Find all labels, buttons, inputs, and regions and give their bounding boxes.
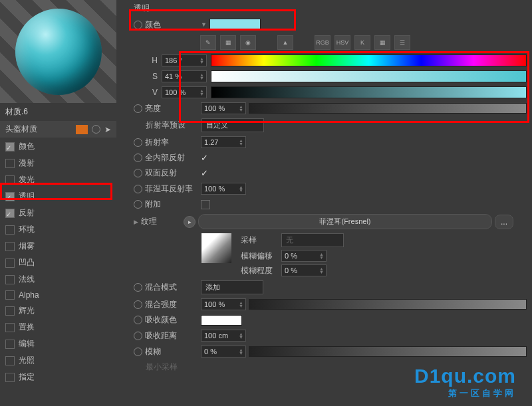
brightness-slider[interactable] — [249, 103, 527, 114]
picture-icon[interactable]: ▲ — [277, 35, 293, 50]
k-button[interactable]: K — [354, 35, 370, 50]
val-input[interactable]: 100 %▲▼ — [162, 86, 207, 98]
channel-checkbox[interactable] — [5, 323, 15, 332]
tir-checkbox[interactable]: ✓ — [201, 153, 208, 163]
more-icon[interactable]: ☰ — [394, 35, 410, 50]
sat-slider[interactable] — [211, 70, 527, 82]
channel-checkbox[interactable] — [5, 340, 15, 349]
refract-input[interactable]: 1.27▲▼ — [201, 136, 246, 148]
channel-1[interactable]: 漫射 — [0, 155, 116, 171]
sample-dropdown[interactable]: 无 — [281, 233, 344, 247]
blur-offset-input[interactable]: 0 %▲▼ — [281, 250, 327, 262]
color-toolbar: ✎ ▦ ◉ ▲ RGB HSV K ▦ ☰ — [195, 33, 532, 52]
sat-input[interactable]: 41 %▲▼ — [162, 70, 207, 82]
channel-4[interactable]: ✓反射 — [0, 205, 116, 221]
fresnel-input[interactable]: 100 %▲▼ — [201, 183, 246, 195]
channel-12[interactable]: 编辑 — [0, 336, 116, 352]
texture-preview[interactable] — [201, 233, 231, 263]
material-name[interactable]: 材质.6 — [0, 103, 116, 121]
channel-14[interactable]: 指定 — [0, 369, 116, 385]
channel-6[interactable]: 烟雾 — [0, 238, 116, 254]
swatches-icon[interactable]: ▦ — [220, 35, 236, 50]
channel-3[interactable]: ✓透明 — [0, 188, 116, 205]
channel-checkbox[interactable] — [5, 275, 15, 284]
channel-checkbox[interactable] — [5, 306, 15, 316]
channel-checkbox[interactable] — [5, 175, 15, 185]
channel-11[interactable]: 置换 — [0, 319, 116, 336]
channel-checkbox[interactable] — [5, 258, 15, 268]
brightness-input[interactable]: 100 %▲▼ — [201, 102, 246, 114]
dbl-checkbox[interactable]: ✓ — [201, 168, 208, 178]
channel-checkbox[interactable] — [5, 290, 15, 300]
dropper-icon[interactable]: ✎ — [200, 35, 216, 50]
channel-13[interactable]: 光照 — [0, 352, 116, 369]
add-checkbox[interactable] — [201, 200, 210, 209]
channel-checkbox[interactable] — [5, 373, 15, 382]
channel-checkbox[interactable]: ✓ — [5, 142, 15, 152]
material-layer[interactable]: 头盔材质 ➤ — [0, 121, 116, 138]
layer-swatch[interactable] — [76, 125, 88, 134]
channel-7[interactable]: 凹凸 — [0, 254, 116, 271]
material-preview[interactable] — [0, 0, 116, 103]
hue-slider[interactable] — [211, 54, 527, 66]
dropdown-icon[interactable]: ▼ — [201, 21, 207, 28]
color-well[interactable] — [209, 19, 261, 31]
channel-2[interactable]: 发光 — [0, 171, 116, 188]
absorb-dist-input[interactable]: 100 cm▲▼ — [201, 330, 246, 342]
channel-9[interactable]: Alpha — [0, 288, 116, 302]
channel-checkbox[interactable] — [5, 159, 15, 168]
panel-title: 透明 — [128, 0, 532, 17]
blend-slider[interactable] — [249, 299, 527, 310]
channel-checkbox[interactable] — [5, 356, 15, 365]
channel-5[interactable]: 环境 — [0, 221, 116, 238]
blur-scale-input[interactable]: 0 %▲▼ — [281, 264, 327, 276]
grid-icon[interactable]: ▦ — [374, 35, 390, 50]
texture-button[interactable]: 菲涅耳(Fresnel) — [198, 214, 492, 229]
channel-checkbox[interactable] — [5, 242, 15, 251]
blend-str-input[interactable]: 100 %▲▼ — [201, 298, 246, 310]
absorb-color-well[interactable] — [201, 315, 242, 326]
channel-checkbox[interactable]: ✓ — [5, 209, 15, 218]
cursor-icon[interactable]: ➤ — [104, 125, 111, 134]
color-row: 颜色▼ — [128, 17, 532, 33]
rgb-button[interactable]: RGB — [315, 35, 331, 50]
tex-more-icon[interactable]: ... — [495, 215, 513, 229]
tex-browse-icon[interactable]: ▸ — [184, 216, 196, 228]
channel-checkbox[interactable] — [5, 225, 15, 235]
blur-slider[interactable] — [249, 346, 527, 357]
channel-8[interactable]: 法线 — [0, 271, 116, 288]
hue-input[interactable]: 186 °▲▼ — [162, 54, 207, 66]
val-slider[interactable] — [211, 86, 527, 98]
channel-checkbox[interactable]: ✓ — [5, 192, 15, 201]
blur-input[interactable]: 0 %▲▼ — [201, 346, 246, 357]
channel-10[interactable]: 辉光 — [0, 302, 116, 319]
blend-mode-dropdown[interactable]: 添加 — [201, 280, 263, 294]
wheel-icon[interactable]: ◉ — [240, 35, 256, 50]
channel-list: ✓颜色漫射发光✓透明✓反射环境烟雾凹凸法线Alpha辉光置换编辑光照指定 — [0, 138, 116, 385]
refract-preset-dropdown[interactable]: 自定义 — [201, 118, 264, 132]
channel-0[interactable]: ✓颜色 — [0, 138, 116, 155]
hsv-button[interactable]: HSV — [334, 35, 350, 50]
